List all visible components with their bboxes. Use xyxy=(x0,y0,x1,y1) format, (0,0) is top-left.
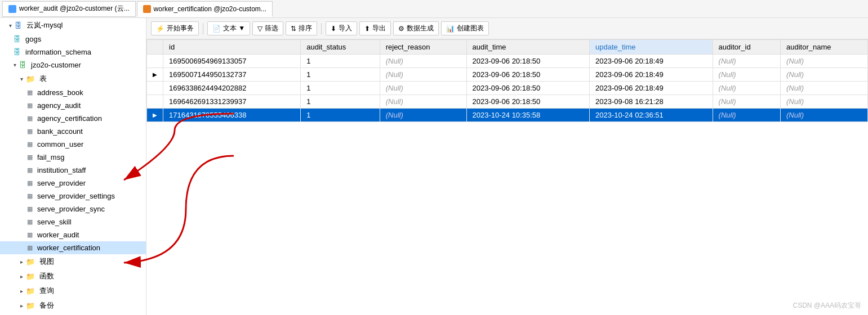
sidebar-label-serve_skill: serve_skill xyxy=(37,218,72,226)
table-row[interactable]: 16964626913312399371(Null)2023-09-06 20:… xyxy=(147,95,868,109)
sidebar-item-worker_certification[interactable]: ▦worker_certification xyxy=(0,241,146,254)
sidebar-item-agency_certification[interactable]: ▦agency_certification xyxy=(0,112,146,125)
table-cell-audit_status[interactable]: 1 xyxy=(301,109,380,122)
row-arrow: ▶ xyxy=(147,68,163,82)
row-arrow xyxy=(147,55,163,68)
import-label: 导入 xyxy=(339,24,352,33)
text-icon: 📄 xyxy=(212,25,221,33)
table-cell-reject_reason[interactable]: (Null) xyxy=(380,68,466,82)
sort-button[interactable]: ⇅ 排序 xyxy=(286,21,317,35)
table-cell-id[interactable]: 1716431678555406338 xyxy=(163,109,301,122)
filter-button[interactable]: ▽ 筛选 xyxy=(252,21,283,35)
table-cell-auditor_name[interactable]: (Null) xyxy=(781,109,868,122)
sidebar-item-serve_provider_settings[interactable]: ▦serve_provider_settings xyxy=(0,190,146,202)
table-cell-auditor_name[interactable]: (Null) xyxy=(781,55,868,68)
sidebar-item-hanshu[interactable]: ▸📁函数 xyxy=(0,269,146,284)
sidebar-item-worker_audit[interactable]: ▦worker_audit xyxy=(0,228,146,241)
generate-button[interactable]: ⚙ 数据生成 xyxy=(393,21,439,35)
table-col-reject_reason[interactable]: reject_reason xyxy=(380,40,466,55)
sidebar-item-fail_msg[interactable]: ▦fail_msg xyxy=(0,151,146,164)
table-cell-audit_time[interactable]: 2023-10-24 10:35:58 xyxy=(466,109,590,122)
table-cell-auditor_id[interactable]: (Null) xyxy=(713,82,780,95)
row-arrow xyxy=(147,95,163,109)
sidebar-item-jzo2o-customer[interactable]: ▾🗄jzo2o-customer xyxy=(0,58,146,71)
sidebar-item-yunlang-mysql[interactable]: ▾🗄云岚-mysql xyxy=(0,18,146,33)
table-row[interactable]: 16963386244942028821(Null)2023-09-06 20:… xyxy=(147,82,868,95)
sidebar-item-serve_skill[interactable]: ▦serve_skill xyxy=(0,215,146,228)
data-table: idaudit_statusreject_reasonaudit_timeupd… xyxy=(146,39,868,122)
generate-icon: ⚙ xyxy=(398,25,404,33)
import-button[interactable]: ⬇ 导入 xyxy=(326,21,357,35)
table-cell-audit_time[interactable]: 2023-09-06 20:18:50 xyxy=(466,68,590,82)
export-button[interactable]: ⬆ 导出 xyxy=(359,21,391,35)
table-col-auditor_id[interactable]: auditor_id xyxy=(713,40,780,55)
row-arrow xyxy=(147,82,163,95)
table-cell-audit_status[interactable]: 1 xyxy=(301,82,380,95)
table-cell-reject_reason[interactable]: (Null) xyxy=(380,109,466,122)
table-cell-audit_time[interactable]: 2023-09-06 20:18:50 xyxy=(466,95,590,109)
sidebar-label-jzo2o-customer: jzo2o-customer xyxy=(31,61,81,69)
sidebar-item-shitu[interactable]: ▸📁视图 xyxy=(0,254,146,269)
table-cell-audit_status[interactable]: 1 xyxy=(301,95,380,109)
sidebar-item-serve_provider_sync[interactable]: ▦serve_provider_sync xyxy=(0,202,146,215)
toolbar-sep-2 xyxy=(321,23,322,34)
sidebar-label-shitu: 视图 xyxy=(39,256,54,267)
table-cell-id[interactable]: 1695007144950132737 xyxy=(163,68,301,82)
table-cell-reject_reason[interactable]: (Null) xyxy=(380,55,466,68)
tab-worker-certification[interactable]: worker_certification @jzo2o-custom... xyxy=(137,1,273,17)
sort-label: 排序 xyxy=(299,24,312,33)
sidebar-item-biao[interactable]: ▾📁表 xyxy=(0,71,146,86)
tab-worker-audit[interactable]: worker_audit @jzo2o-customer (云... xyxy=(2,1,136,17)
sidebar-item-agency_audit[interactable]: ▦agency_audit xyxy=(0,99,146,112)
begin-tx-button[interactable]: ⚡ 开始事务 xyxy=(151,21,199,35)
table-col-audit_time[interactable]: audit_time xyxy=(466,40,590,55)
table-cell-auditor_name[interactable]: (Null) xyxy=(781,82,868,95)
sidebar-item-common_user[interactable]: ▦common_user xyxy=(0,138,146,151)
text-button[interactable]: 📄 文本 ▼ xyxy=(207,21,250,35)
table-row[interactable]: ▶17164316785554063381(Null)2023-10-24 10… xyxy=(147,109,868,122)
table-cell-auditor_id[interactable]: (Null) xyxy=(713,55,780,68)
table-cell-audit_time[interactable]: 2023-09-06 20:18:50 xyxy=(466,55,590,68)
table-cell-update_time[interactable]: 2023-09-06 20:18:49 xyxy=(590,68,713,82)
table-cell-id[interactable]: 1696338624494202882 xyxy=(163,82,301,95)
table-cell-audit_status[interactable]: 1 xyxy=(301,68,380,82)
table-cell-id[interactable]: 1695006954969133057 xyxy=(163,55,301,68)
table-cell-update_time[interactable]: 2023-09-06 20:18:49 xyxy=(590,55,713,68)
sidebar-item-information_schema[interactable]: 🗄information_schema xyxy=(0,46,146,58)
export-label: 导出 xyxy=(372,24,386,33)
table-col-id[interactable]: id xyxy=(163,40,301,55)
sidebar-item-institution_staff[interactable]: ▦institution_staff xyxy=(0,164,146,177)
table-cell-audit_time[interactable]: 2023-09-06 20:18:50 xyxy=(466,82,590,95)
table-cell-auditor_id[interactable]: (Null) xyxy=(713,95,780,109)
table-cell-reject_reason[interactable]: (Null) xyxy=(380,95,466,109)
table-cell-auditor_id[interactable]: (Null) xyxy=(713,68,780,82)
sidebar-item-address_book[interactable]: ▦address_book xyxy=(0,86,146,99)
table-row[interactable]: ▶16950071449501327371(Null)2023-09-06 20… xyxy=(147,68,868,82)
sidebar-item-jzo2o-customer-backup[interactable]: 🗄jzo2o-customer-backup xyxy=(0,313,146,315)
table-row[interactable]: 16950069549691330571(Null)2023-09-06 20:… xyxy=(147,55,868,68)
sidebar-label-agency_certification: agency_certification xyxy=(37,114,102,123)
watermark: CSDN @AAA码农宝哥 xyxy=(793,301,861,310)
table-cell-auditor_id[interactable]: (Null) xyxy=(713,109,780,122)
table-col-audit_status[interactable]: audit_status xyxy=(301,40,380,55)
sidebar-item-serve_provider[interactable]: ▦serve_provider xyxy=(0,177,146,190)
table-cell-auditor_name[interactable]: (Null) xyxy=(781,68,868,82)
table-cell-id[interactable]: 1696462691331239937 xyxy=(163,95,301,109)
filter-icon: ▽ xyxy=(257,25,262,33)
sidebar-item-beifeng[interactable]: ▸📁备份 xyxy=(0,298,146,313)
create-chart-button[interactable]: 📊 创建图表 xyxy=(441,21,489,35)
sidebar-item-chaxun[interactable]: ▸📁查询 xyxy=(0,284,146,298)
table-cell-reject_reason[interactable]: (Null) xyxy=(380,82,466,95)
table-cell-auditor_name[interactable]: (Null) xyxy=(781,95,868,109)
generate-label: 数据生成 xyxy=(407,24,434,33)
sidebar-item-gogs[interactable]: 🗄gogs xyxy=(0,33,146,46)
table-col-update_time[interactable]: update_time xyxy=(590,40,713,55)
table-cell-update_time[interactable]: 2023-09-08 16:21:28 xyxy=(590,95,713,109)
tab-icon-worker-audit xyxy=(8,5,16,13)
sidebar-item-bank_account[interactable]: ▦bank_account xyxy=(0,125,146,138)
table-col-auditor_name[interactable]: auditor_name xyxy=(781,40,868,55)
table-cell-audit_status[interactable]: 1 xyxy=(301,55,380,68)
create-chart-icon: 📊 xyxy=(446,25,455,33)
table-cell-update_time[interactable]: 2023-10-24 02:36:51 xyxy=(590,109,713,122)
table-cell-update_time[interactable]: 2023-09-06 20:18:49 xyxy=(590,82,713,95)
